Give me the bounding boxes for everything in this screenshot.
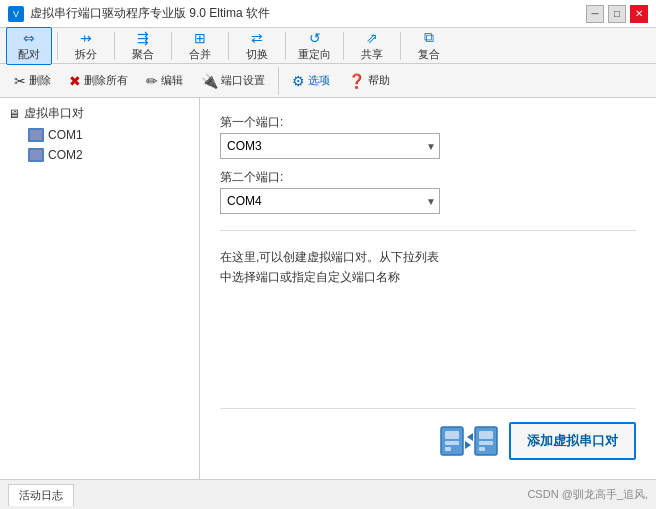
tree-panel: 🖥 虚拟串口对 COM1 COM2 [0,98,200,479]
tree-root-icon: 🖥 [8,107,20,121]
gather-button[interactable]: ⇶ 聚合 [120,27,166,65]
sep1 [57,32,58,60]
port-settings-label: 端口设置 [221,73,265,88]
redirect-label: 重定向 [298,47,331,62]
maximize-button[interactable]: □ [608,5,626,23]
tree-root-label: 虚拟串口对 [24,105,84,122]
split-icon: ⇸ [80,30,92,46]
gather-icon: ⇶ [137,30,149,46]
share-label: 共享 [361,47,383,62]
pair-icon: ⇔ [23,30,35,46]
toolbar1: ⇔ 配对 ⇸ 拆分 ⇶ 聚合 ⊞ 合并 ⇄ 切换 ↺ 重定向 ⇗ 共享 ⧉ 复合 [0,28,656,64]
merge-label: 合并 [189,47,211,62]
help-button[interactable]: ❓ 帮助 [340,69,398,93]
toolbar2: ✂ 删除 ✖ 删除所有 ✏ 编辑 🔌 端口设置 ⚙ 选项 ❓ 帮助 [0,64,656,98]
first-port-label: 第一个端口: [220,114,636,131]
first-port-select-wrapper: COM1 COM2 COM3 COM4 COM5 COM6 ▼ [220,133,440,159]
window-controls: ─ □ ✕ [586,5,648,23]
options-icon: ⚙ [292,73,305,89]
redirect-button[interactable]: ↺ 重定向 [291,27,338,65]
share-button[interactable]: ⇗ 共享 [349,27,395,65]
edit-icon: ✏ [146,73,158,89]
help-label: 帮助 [368,73,390,88]
sep4 [228,32,229,60]
port-pair-graphic [439,419,499,463]
help-icon: ❓ [348,73,365,89]
sep2 [114,32,115,60]
activity-log-tab[interactable]: 活动日志 [8,484,74,506]
pair-button[interactable]: ⇔ 配对 [6,27,52,65]
com2-label: COM2 [48,148,83,162]
delete-button[interactable]: ✂ 删除 [6,69,59,93]
second-port-section: 第二个端口: COM1 COM2 COM3 COM4 COM5 COM6 ▼ [220,169,636,214]
add-virtual-port-button[interactable]: 添加虚拟串口对 [509,422,636,460]
port-settings-button[interactable]: 🔌 端口设置 [193,69,273,93]
com1-icon [28,128,44,142]
redirect-icon: ↺ [309,30,321,46]
svg-rect-3 [445,447,451,451]
app-icon: V [8,6,24,22]
title-bar: V 虚拟串行端口驱动程序专业版 9.0 Eltima 软件 ─ □ ✕ [0,0,656,28]
tree-item-com1[interactable]: COM1 [0,125,199,145]
first-port-section: 第一个端口: COM1 COM2 COM3 COM4 COM5 COM6 ▼ [220,114,636,159]
switch-icon: ⇄ [251,30,263,46]
com2-icon [28,148,44,162]
merge-button[interactable]: ⊞ 合并 [177,27,223,65]
tree-root[interactable]: 🖥 虚拟串口对 [0,102,199,125]
sep5 [285,32,286,60]
svg-rect-9 [479,447,485,451]
main-area: 🖥 虚拟串口对 COM1 COM2 第一个端口: COM1 COM2 COM3 … [0,98,656,479]
title-bar-left: V 虚拟串行端口驱动程序专业版 9.0 Eltima 软件 [8,5,270,22]
first-port-select[interactable]: COM1 COM2 COM3 COM4 COM5 COM6 [220,133,440,159]
close-button[interactable]: ✕ [630,5,648,23]
svg-marker-4 [467,433,473,441]
svg-rect-2 [445,441,459,445]
second-port-select[interactable]: COM1 COM2 COM3 COM4 COM5 COM6 [220,188,440,214]
sep8 [278,67,279,95]
complex-label: 复合 [418,47,440,62]
complex-button[interactable]: ⧉ 复合 [406,26,452,65]
delete-all-icon: ✖ [69,73,81,89]
delete-label: 删除 [29,73,51,88]
delete-all-label: 删除所有 [84,73,128,88]
add-btn-area: 添加虚拟串口对 [220,408,636,463]
sep6 [343,32,344,60]
split-button[interactable]: ⇸ 拆分 [63,27,109,65]
edit-label: 编辑 [161,73,183,88]
svg-rect-1 [445,431,459,439]
edit-button[interactable]: ✏ 编辑 [138,69,191,93]
pair-label: 配对 [18,47,40,62]
watermark-text: CSDN @驯龙高手_追风, [527,487,648,502]
tree-item-com2[interactable]: COM2 [0,145,199,165]
gather-label: 聚合 [132,47,154,62]
share-icon: ⇗ [366,30,378,46]
minimize-button[interactable]: ─ [586,5,604,23]
switch-button[interactable]: ⇄ 切换 [234,27,280,65]
config-divider1 [220,230,636,231]
delete-all-button[interactable]: ✖ 删除所有 [61,69,136,93]
complex-icon: ⧉ [424,29,434,46]
svg-marker-5 [465,441,471,449]
com1-label: COM1 [48,128,83,142]
second-port-label: 第二个端口: [220,169,636,186]
sep3 [171,32,172,60]
svg-rect-8 [479,441,493,445]
svg-rect-7 [479,431,493,439]
options-label: 选项 [308,73,330,88]
merge-icon: ⊞ [194,30,206,46]
switch-label: 切换 [246,47,268,62]
config-description: 在这里,可以创建虚拟端口对。从下拉列表中选择端口或指定自定义端口名称 [220,247,636,288]
port-settings-icon: 🔌 [201,73,218,89]
split-label: 拆分 [75,47,97,62]
status-bar: 活动日志 CSDN @驯龙高手_追风, [0,479,656,509]
second-port-select-wrapper: COM1 COM2 COM3 COM4 COM5 COM6 ▼ [220,188,440,214]
title-text: 虚拟串行端口驱动程序专业版 9.0 Eltima 软件 [30,5,270,22]
delete-icon: ✂ [14,73,26,89]
config-panel: 第一个端口: COM1 COM2 COM3 COM4 COM5 COM6 ▼ 第… [200,98,656,479]
options-button[interactable]: ⚙ 选项 [284,69,338,93]
sep7 [400,32,401,60]
